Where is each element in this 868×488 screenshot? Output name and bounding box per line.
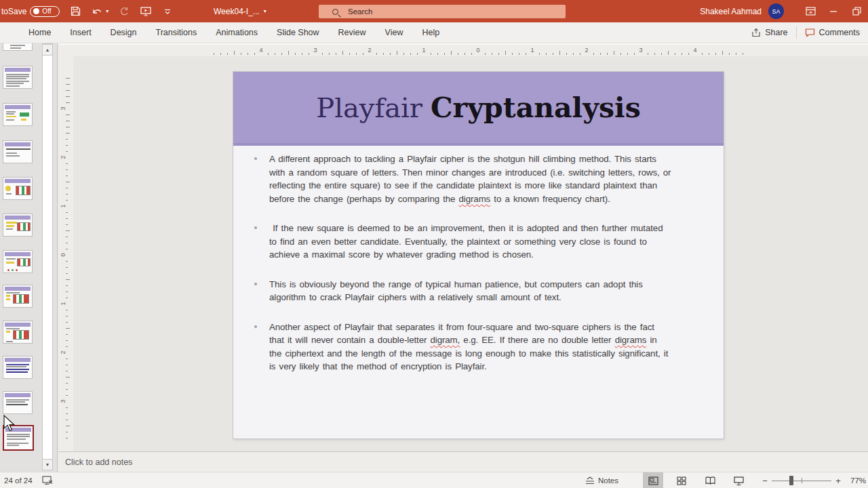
ruler-tick <box>66 340 68 341</box>
tab-design[interactable]: Design <box>101 22 146 43</box>
bullet-item: If the new square is deemed to be an imp… <box>254 222 671 262</box>
reading-view-button[interactable] <box>700 472 720 488</box>
comments-label: Comments <box>819 28 860 37</box>
slide-sorter-view-button[interactable] <box>671 472 692 488</box>
slide-thumbnail[interactable] <box>3 321 33 344</box>
slide-thumbnail[interactable] <box>3 250 33 273</box>
ruler-tick <box>66 230 70 231</box>
autosave-switch[interactable]: Off <box>30 6 60 17</box>
ruler-tick <box>498 53 499 55</box>
minimize-button[interactable] <box>822 0 845 22</box>
ruler-tick <box>66 90 70 91</box>
thumbnail-scrollbar[interactable] <box>42 43 53 470</box>
ruler-tick <box>66 279 70 280</box>
ruler-tick <box>66 432 68 432</box>
slide-thumbnail[interactable] <box>3 66 33 89</box>
scroll-down-button[interactable]: ▼ <box>42 459 53 470</box>
tab-slide-show[interactable]: Slide Show <box>267 22 329 43</box>
ruler-tick <box>66 96 70 97</box>
ruler-tick <box>66 365 68 365</box>
zoom-out-button[interactable]: − <box>758 476 772 486</box>
spell-check-icon[interactable] <box>42 475 53 487</box>
ruler-number: 3 <box>313 47 317 54</box>
ruler-tick <box>66 346 68 347</box>
ruler-tick <box>715 53 716 55</box>
start-slideshow-icon[interactable] <box>140 5 152 18</box>
zoom-level[interactable]: 77% <box>845 476 868 485</box>
slide-thumbnail[interactable] <box>3 214 33 237</box>
normal-view-button[interactable] <box>643 472 663 488</box>
ruler-tick <box>66 389 68 390</box>
slide-canvas[interactable]: Playfair Cryptanalysis A different appro… <box>233 72 724 439</box>
zoom-slider[interactable] <box>772 472 831 488</box>
bullet-text: Another aspect of Playfair that separate… <box>269 322 668 372</box>
customize-toolbar-icon[interactable] <box>161 5 174 18</box>
slideshow-view-button[interactable] <box>728 472 749 488</box>
ribbon-right-buttons: Share Comments <box>743 22 868 43</box>
notes-button[interactable]: Notes <box>578 472 625 488</box>
bullet-text: A different approach to tackling a Playf… <box>269 154 671 204</box>
slide-thumbnail[interactable] <box>3 43 33 51</box>
ruler-tick <box>248 53 248 55</box>
bullet-marker-icon <box>254 325 257 328</box>
quick-access-toolbar: toSave Off ▾ <box>0 0 174 22</box>
slide-body-textbox[interactable]: A different approach to tackling a Playf… <box>254 152 671 390</box>
tab-animations[interactable]: Animations <box>206 22 267 43</box>
ruler-number: 1 <box>422 47 425 54</box>
ruler-tick <box>66 334 68 335</box>
main-area: ▲ ▼ 432101234 3210123 Playfair Cryptanal… <box>0 43 868 472</box>
ruler-tick <box>66 169 68 170</box>
ruler-number: 1 <box>60 204 66 207</box>
ruler-tick <box>227 53 228 55</box>
user-name[interactable]: Shakeel Aahmad <box>700 7 762 16</box>
restore-button[interactable] <box>845 0 868 22</box>
avatar[interactable]: SA <box>768 3 784 19</box>
ruler-tick <box>66 249 68 249</box>
ruler-tick <box>66 200 68 201</box>
document-title[interactable]: Week04-I_... ▾ <box>214 0 267 22</box>
ruler-tick <box>444 53 445 55</box>
zoom-in-button[interactable]: + <box>831 476 845 486</box>
slide-thumbnail[interactable] <box>3 103 33 126</box>
ruler-tick <box>254 53 255 55</box>
ruler-tick <box>66 359 68 359</box>
bullet-item: Another aspect of Playfair that separate… <box>254 321 671 373</box>
ruler-tick <box>363 53 363 55</box>
comments-button[interactable]: Comments <box>797 22 868 43</box>
tab-help[interactable]: Help <box>412 22 449 43</box>
tab-insert[interactable]: Insert <box>60 22 100 43</box>
slide-thumbnail[interactable] <box>3 356 33 379</box>
ribbon-display-options-button[interactable] <box>799 0 822 22</box>
ruler-tick <box>661 53 662 55</box>
ruler-tick <box>66 145 68 146</box>
ruler-tick <box>573 53 574 55</box>
ruler-tick <box>492 53 492 55</box>
ruler-tick <box>390 53 391 55</box>
slide-thumbnail[interactable] <box>3 177 33 200</box>
scroll-up-button[interactable]: ▲ <box>42 44 53 56</box>
autosave-state: Off <box>42 7 51 15</box>
slide-thumbnail[interactable] <box>3 140 33 163</box>
slide-thumbnail[interactable] <box>3 285 33 308</box>
search-bar[interactable]: Search <box>319 5 566 18</box>
undo-dropdown-icon[interactable]: ▾ <box>106 8 108 14</box>
ruler-tick <box>519 53 519 55</box>
redo-icon[interactable] <box>118 5 130 18</box>
tab-transitions[interactable]: Transitions <box>146 22 207 43</box>
mouse-cursor <box>3 415 18 432</box>
title-bar: toSave Off ▾ Week04-I_... ▾ Search <box>0 0 868 22</box>
tab-home[interactable]: Home <box>19 22 60 43</box>
ruler-tick <box>66 133 70 134</box>
ruler-tick <box>234 51 235 55</box>
notes-pane[interactable]: Click to add notes <box>58 451 868 472</box>
undo-icon[interactable] <box>91 5 103 18</box>
autosave-toggle[interactable]: toSave Off <box>1 6 60 17</box>
slide-thumbnail[interactable] <box>3 391 33 414</box>
tab-review[interactable]: Review <box>329 22 376 43</box>
save-icon[interactable] <box>69 5 81 18</box>
slide-title-box[interactable]: Playfair Cryptanalysis <box>233 72 724 146</box>
tab-view[interactable]: View <box>376 22 413 43</box>
zoom-slider-handle[interactable] <box>789 476 793 485</box>
share-button[interactable]: Share <box>743 22 795 43</box>
ruler-number: 1 <box>60 302 66 305</box>
